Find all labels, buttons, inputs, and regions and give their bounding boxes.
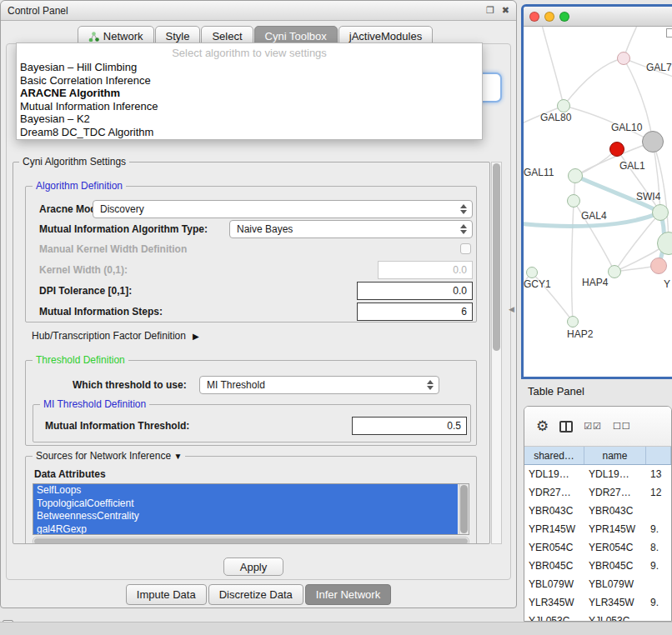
hub-definition-toggle[interactable]: Hub/Transcription Factor Definition ▶ [32,329,199,342]
birdseye-toggle[interactable] [666,28,672,38]
menu-item-dream8[interactable]: Dream8 DC_TDC Algorithm [17,126,482,139]
scrollbar-thumb[interactable] [34,538,468,544]
scrollbar-thumb[interactable] [460,485,468,533]
control-panel-titlebar[interactable]: Control Panel ❐ ✖ [1,1,516,21]
network-node-label: GCY1 [524,278,551,290]
data-attributes-list[interactable]: SelfLoopsTopologicalCoefficientBetweenne… [33,483,469,535]
close-traffic-light[interactable] [529,12,539,22]
menu-item-bayesian-hill-climbing[interactable]: Bayesian – Hill Climbing [17,61,482,74]
which-threshold-row: Which threshold to use: MI Threshold [39,376,473,394]
cell-shared-name: YBR043C [524,502,584,520]
select-all-icon[interactable]: ☑☑ [584,421,602,432]
column-header-extra[interactable] [646,447,671,464]
cell-shared-name: YDR27… [524,483,584,502]
list-vertical-scrollbar[interactable] [459,484,469,534]
zoom-traffic-light[interactable] [559,12,569,22]
which-threshold-label: Which threshold to use: [73,379,187,391]
threshold-definition-title: Threshold Definition [33,354,128,366]
menu-item-basic-correlation[interactable]: Basic Correlation Inference [17,74,482,88]
field-value: 0.0 [453,264,467,276]
manual-kernel-checkbox[interactable] [460,243,471,254]
mi-steps-input[interactable]: 6 [357,302,473,321]
tab-label: Select [212,30,242,42]
column-header-shared-name[interactable]: shared… [524,447,584,464]
mi-type-select[interactable]: Naive Bayes [229,220,473,238]
cell-extra: 9. [646,557,671,575]
cell-extra [646,612,671,622]
close-window-icon[interactable]: ✖ [502,5,509,16]
mi-steps-label: Mutual Information Steps: [39,306,163,318]
table-row[interactable]: YJL053C YJL053C [524,612,671,622]
clear-selection-icon[interactable]: ☐☐ [613,421,631,432]
network-node[interactable] [608,265,621,278]
menu-item-mutual-information[interactable]: Mutual Information Inference [17,100,482,113]
network-node-label: HAP4 [582,277,608,288]
table-header-row: shared… name [524,447,671,465]
network-node[interactable] [617,52,630,65]
threshold-definition-group: Threshold Definition Which threshold to … [25,360,477,446]
network-node[interactable] [568,168,583,183]
tab-discretize-data[interactable]: Discretize Data [208,584,303,605]
list-horizontal-scrollbar[interactable] [33,537,469,544]
window-buttons: ❐ ✖ [486,5,509,16]
tab-infer-network[interactable]: Infer Network [305,584,391,605]
apply-button[interactable]: Apply [223,558,283,576]
network-node-label: GAL7 [646,62,672,73]
network-node-label: GAL4 [581,210,607,222]
cyni-bottom-tab-bar: Impute Data Discretize Data Infer Networ… [1,584,516,605]
table-row[interactable]: YBR043C YBR043C [524,502,671,520]
which-threshold-select[interactable]: MI Threshold [199,376,439,394]
columns-icon[interactable] [559,421,573,432]
combo-value: Naive Bayes [237,223,293,235]
cell-extra: 9. [646,520,671,538]
attribute-list-item[interactable]: TopologicalCoefficient [33,498,458,511]
network-node[interactable] [609,142,624,157]
settings-vertical-scrollbar[interactable] [491,162,502,544]
cyni-algorithm-settings-group: Algorithm Definition Aracne Mode: Discov… [13,162,490,544]
field-value: 0.0 [453,285,467,297]
network-canvas[interactable]: GAL7 GAL80 GAL10 GAL1 GAL11 SWI4 GAL4 GC… [524,27,672,377]
scrollbar-thumb[interactable] [493,163,500,351]
field-value: 0.5 [447,420,461,432]
table-row[interactable]: YDL19… YDL19… 13 [524,465,671,483]
network-node[interactable] [557,99,570,112]
table-row[interactable]: YBL079W YBL079W [524,575,671,593]
table-row[interactable]: YER054C YER054C 8. [524,538,671,557]
network-node[interactable] [567,316,579,328]
menu-item-aracne-selected[interactable]: ARACNE Algorithm [17,87,482,100]
network-node[interactable] [652,204,669,221]
aracne-mode-select[interactable]: Discovery [93,200,473,218]
menu-item-bayesian-k2[interactable]: Bayesian – K2 [17,112,482,126]
network-node[interactable] [526,267,538,278]
minimize-traffic-light[interactable] [544,12,554,22]
cell-name: YDR27… [584,483,646,502]
table-row[interactable]: YBR045C YBR045C 9. [524,557,671,575]
float-window-icon[interactable]: ❐ [486,5,494,16]
panel-collapse-icon[interactable]: ◀ [509,305,514,313]
tab-label: jActiveModules [349,30,422,42]
network-node[interactable] [650,258,667,274]
sources-toggle[interactable]: Sources for Network Inference ▼ [33,450,185,462]
network-window-titlebar[interactable] [524,7,672,27]
table-row[interactable]: YLR345W YLR345W 9. [524,593,671,612]
attribute-list-item[interactable]: BetweennessCentrality [33,510,458,523]
network-node[interactable] [642,131,664,152]
mi-threshold-label: Mutual Information Threshold: [45,420,189,432]
mi-type-row: Mutual Information Algorithm Type: Naive… [39,220,473,238]
tab-impute-data[interactable]: Impute Data [126,584,207,605]
dpi-tolerance-input[interactable]: 0.0 [357,282,473,300]
table-row[interactable]: YPR145W YPR145W 9. [524,520,671,538]
mi-threshold-row: Mutual Information Threshold: 0.5 [40,417,467,435]
attribute-list-item[interactable]: gal4RGexp [33,523,458,536]
mi-threshold-input[interactable]: 0.5 [352,417,467,435]
network-node[interactable] [567,194,580,208]
cell-extra: 12 [646,483,671,502]
cell-shared-name: YPR145W [524,520,584,538]
cell-name: YBR043C [584,502,646,520]
kernel-width-input[interactable]: 0.0 [378,261,473,279]
hub-definition-label: Hub/Transcription Factor Definition [32,330,186,342]
attribute-list-item[interactable]: SelfLoops [33,484,458,498]
gear-icon[interactable]: ⚙ [536,418,549,435]
table-row[interactable]: YDR27… YDR27… 12 [524,483,671,502]
column-header-name[interactable]: name [584,447,646,464]
